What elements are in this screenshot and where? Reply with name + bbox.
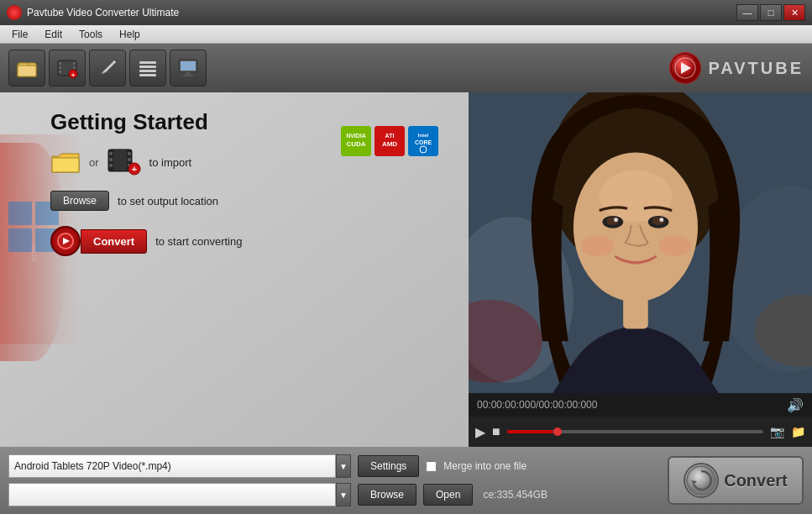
video-panel: 00:00:00:000/00:00:00:000 🔊 ▶ ■ 📷 📁 bbox=[469, 92, 812, 447]
path-arrow[interactable]: ▼ bbox=[336, 483, 351, 506]
monitor-btn[interactable] bbox=[170, 50, 207, 87]
convert-text: to start converting bbox=[155, 235, 242, 248]
svg-rect-5 bbox=[59, 62, 61, 65]
video-controls: ▶ ■ 📷 📁 bbox=[469, 417, 812, 447]
menu-help[interactable]: Help bbox=[111, 27, 149, 42]
getting-started-panel: erter Getting Started NVIDIA CUDA bbox=[0, 92, 469, 447]
film-add-icon: + bbox=[107, 149, 141, 176]
svg-rect-6 bbox=[59, 66, 61, 69]
cuda-badge: NVIDIA CUDA bbox=[341, 126, 371, 156]
app-title: Pavtube Video Converter Ultimate bbox=[27, 7, 179, 18]
svg-text:CORE: CORE bbox=[415, 139, 432, 145]
svg-rect-40 bbox=[109, 152, 113, 155]
menu-tools[interactable]: Tools bbox=[71, 27, 111, 42]
svg-rect-44 bbox=[128, 158, 131, 161]
open-file-btn[interactable] bbox=[8, 50, 45, 87]
screenshot-icon[interactable]: 📷 bbox=[770, 425, 784, 438]
browse-button[interactable]: Browse bbox=[50, 191, 109, 211]
video-preview bbox=[469, 92, 812, 393]
titlebar: Pavtube Video Converter Ultimate — □ ✕ bbox=[0, 0, 812, 25]
svg-rect-41 bbox=[109, 158, 113, 161]
gpu-badges: NVIDIA CUDA ATI AMD Intel CORE bbox=[341, 126, 438, 156]
folder-open-icon[interactable]: 📁 bbox=[791, 425, 805, 438]
svg-rect-18 bbox=[181, 61, 196, 71]
main-content: erter Getting Started NVIDIA CUDA bbox=[0, 92, 812, 447]
svg-rect-25 bbox=[8, 228, 32, 252]
convert-label[interactable]: Convert bbox=[81, 229, 147, 254]
menu-edit[interactable]: Edit bbox=[36, 27, 71, 42]
menubar: File Edit Tools Help bbox=[0, 25, 812, 44]
svg-rect-1 bbox=[18, 66, 36, 76]
svg-text:NVIDIA: NVIDIA bbox=[346, 133, 366, 139]
video-frame bbox=[469, 92, 812, 393]
svg-rect-9 bbox=[73, 66, 76, 69]
close-btn[interactable]: ✕ bbox=[783, 4, 805, 21]
merge-label: Merge into one file bbox=[443, 460, 526, 472]
svg-rect-19 bbox=[186, 72, 191, 75]
format-arrow[interactable]: ▼ bbox=[336, 454, 351, 478]
svg-rect-23 bbox=[8, 202, 32, 225]
list-btn[interactable] bbox=[129, 50, 166, 87]
svg-point-59 bbox=[614, 218, 618, 222]
svg-rect-43 bbox=[128, 152, 131, 155]
step-convert: Convert to start converting bbox=[50, 226, 452, 256]
play-btn[interactable]: ▶ bbox=[475, 424, 485, 440]
svg-rect-13 bbox=[139, 61, 156, 64]
amd-badge: ATI AMD bbox=[375, 126, 405, 156]
open-button[interactable]: Open bbox=[423, 484, 473, 506]
intel-badge: Intel CORE bbox=[408, 126, 438, 156]
size-text: ce:335.454GB bbox=[483, 489, 547, 501]
logo-icon bbox=[669, 52, 701, 84]
minimize-btn[interactable]: — bbox=[736, 4, 758, 21]
folder-icon bbox=[50, 149, 81, 175]
svg-text:AMD: AMD bbox=[382, 140, 397, 148]
svg-point-62 bbox=[658, 235, 692, 256]
import-text: to import bbox=[149, 156, 192, 169]
video-time: 00:00:00:000/00:00:00:000 🔊 bbox=[469, 393, 812, 417]
browse-text: to set output location bbox=[118, 195, 218, 207]
svg-rect-8 bbox=[73, 62, 76, 65]
svg-text:Intel: Intel bbox=[418, 133, 429, 138]
format-select[interactable]: Android Tablets 720P Video(*.mp4) bbox=[8, 454, 336, 478]
step-browse: Browse to set output location bbox=[50, 191, 452, 211]
window-controls: — □ ✕ bbox=[736, 4, 805, 21]
big-convert-label: Convert bbox=[724, 471, 788, 490]
svg-rect-16 bbox=[139, 74, 156, 76]
format-select-wrap: Android Tablets 720P Video(*.mp4) ▼ bbox=[8, 454, 351, 478]
big-convert-button[interactable]: Convert bbox=[668, 456, 804, 505]
toolbar: + bbox=[0, 44, 812, 92]
big-convert-wrap: Convert bbox=[668, 456, 804, 505]
svg-rect-7 bbox=[59, 71, 61, 73]
svg-text:CUDA: CUDA bbox=[346, 140, 365, 148]
svg-point-60 bbox=[659, 218, 663, 222]
pavtube-logo: PAVTUBE bbox=[669, 52, 804, 84]
maximize-btn[interactable]: □ bbox=[760, 4, 782, 21]
path-input[interactable] bbox=[8, 483, 336, 506]
svg-rect-14 bbox=[139, 66, 156, 68]
settings-button[interactable]: Settings bbox=[358, 455, 419, 477]
edit-btn[interactable] bbox=[89, 50, 126, 87]
svg-point-54 bbox=[600, 170, 672, 223]
logo-text: PAVTUBE bbox=[708, 59, 804, 78]
path-input-wrap: ▼ bbox=[8, 483, 351, 506]
svg-point-61 bbox=[581, 235, 615, 256]
volume-icon: 🔊 bbox=[787, 397, 804, 413]
stop-btn[interactable]: ■ bbox=[492, 424, 500, 439]
svg-text:+: + bbox=[71, 71, 76, 79]
menu-file[interactable]: File bbox=[3, 27, 36, 42]
bottom-bar: Android Tablets 720P Video(*.mp4) ▼ Sett… bbox=[0, 447, 812, 514]
progress-bar[interactable] bbox=[507, 430, 763, 433]
merge-checkbox[interactable] bbox=[426, 461, 437, 472]
progress-thumb bbox=[553, 427, 562, 436]
progress-fill bbox=[507, 430, 553, 433]
browse-path-button[interactable]: Browse bbox=[358, 484, 416, 506]
or-text: or bbox=[89, 156, 99, 169]
svg-text:ATI: ATI bbox=[385, 133, 395, 139]
svg-rect-63 bbox=[623, 297, 648, 328]
svg-rect-20 bbox=[183, 75, 193, 76]
svg-text:+: + bbox=[131, 164, 136, 174]
convert-icon bbox=[50, 226, 81, 256]
big-convert-icon bbox=[684, 463, 719, 498]
add-video-btn[interactable]: + bbox=[49, 50, 86, 87]
svg-rect-42 bbox=[109, 164, 113, 167]
